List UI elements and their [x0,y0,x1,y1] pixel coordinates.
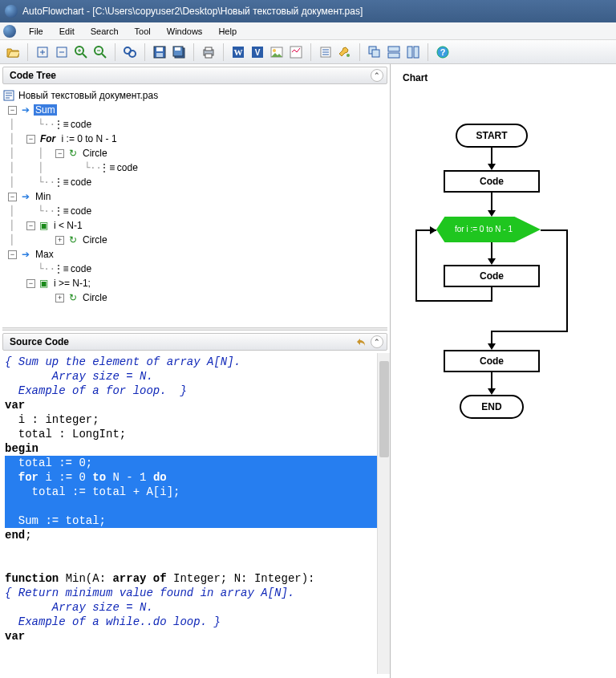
codetree-panel-header[interactable]: Code Tree ⌃ [2,67,387,84]
svg-point-20 [273,49,276,52]
tree-row[interactable]: │ −▣i < N-1 [3,218,387,233]
open-button[interactable] [5,44,21,60]
svg-point-23 [346,54,350,57]
source-title: Source Code [10,336,69,347]
export-svg-button[interactable] [288,44,304,60]
source-panel-header[interactable]: Source Code ⌃ [2,333,387,351]
expander-minus-icon[interactable]: − [26,279,35,288]
toolbar: W V ? [0,40,616,64]
arrow-icon: ➔ [20,104,31,116]
expander-minus-icon[interactable]: − [8,250,17,259]
source-editor[interactable]: { Sum up the element of array A[N]. Arra… [0,353,390,674]
export-word-button[interactable]: W [230,44,246,60]
menu-help[interactable]: Help [210,24,245,39]
expander-minus-icon[interactable]: − [26,221,35,230]
tree-row[interactable]: │ │ └··⋮≡code [3,160,387,175]
arrow-icon: ➔ [20,191,31,202]
svg-rect-26 [388,47,399,51]
horizontal-splitter[interactable] [2,327,387,331]
tile-v-button[interactable] [405,44,421,60]
flow-code-node[interactable]: Code [444,265,540,287]
menu-windows[interactable]: Windows [159,24,211,39]
svg-rect-29 [414,47,419,58]
code-icon: ⋮≡ [102,162,113,173]
zoom-out-button[interactable] [92,44,108,60]
tree-row[interactable]: │ └··⋮≡code [3,175,387,189]
svg-rect-7 [156,47,163,51]
tree-row[interactable]: │ +↻Circle [3,233,387,247]
code-icon: ⋮≡ [55,119,67,130]
svg-point-5 [129,51,136,57]
svg-text:V: V [255,48,261,57]
undo-icon[interactable] [355,335,367,348]
menubar: File Edit Search Tool Windows Help [0,22,616,40]
expander-minus-icon[interactable]: − [8,106,17,115]
expand-all-button[interactable] [34,44,51,60]
expander-plus-icon[interactable]: + [55,294,64,302]
tree-row[interactable]: +↻Circle [3,290,387,305]
tree-row[interactable]: │ └··⋮≡code [3,117,387,132]
expander-minus-icon[interactable]: − [8,193,17,201]
code-icon: ⋮≡ [55,177,67,188]
tree-row[interactable]: │ │ −↻Circle [3,146,387,160]
tree-row[interactable]: │ └··⋮≡code [3,204,387,218]
tile-h-button[interactable] [386,44,402,60]
flow-code-node[interactable]: Code [444,350,540,372]
block-icon: ▣ [38,220,50,231]
source-scrollbar[interactable] [377,353,390,674]
window-title: AutoFlowchart - [C:\Users\copyuser2\Desk… [22,6,363,17]
print-button[interactable] [201,44,217,60]
chart-panel-header: Chart [396,69,611,87]
menu-edit[interactable]: Edit [51,24,83,39]
code-icon: ⋮≡ [55,205,67,217]
svg-rect-27 [388,53,399,58]
menu-tool[interactable]: Tool [127,24,159,39]
block-icon: ▣ [38,278,50,289]
help-button[interactable]: ? [435,44,451,60]
tree-for-row[interactable]: │ −For i := 0 to N - 1 [3,132,387,146]
settings-button[interactable] [318,44,334,60]
tree-row[interactable]: −▣i >= N-1; [3,276,387,290]
svg-text:W: W [234,47,243,57]
flow-end-node[interactable]: END [460,395,524,419]
svg-rect-11 [175,47,180,51]
tree-max-row[interactable]: −➔Max [3,247,387,262]
zoom-in-button[interactable] [73,44,89,60]
flow-code-node[interactable]: Code [444,170,540,193]
arrow-icon: ➔ [20,249,31,260]
codetree-title: Code Tree [10,70,56,81]
menu-file[interactable]: File [21,24,51,39]
menu-search[interactable]: Search [83,24,127,39]
tree-sum-row[interactable]: −➔Sum [3,103,387,117]
code-tree[interactable]: Новый текстовый документ.pas −➔Sum │ └··… [0,87,390,327]
svg-text:?: ? [440,47,446,57]
svg-rect-28 [407,47,412,58]
tree-file-row[interactable]: Новый текстовый документ.pas [3,88,387,103]
collapse-icon[interactable]: ⌃ [371,69,383,82]
collapse-all-button[interactable] [54,44,70,60]
loop-icon: ↻ [67,148,79,159]
window-titlebar: AutoFlowchart - [C:\Users\copyuser2\Desk… [0,0,616,22]
svg-rect-13 [205,47,212,51]
save-button[interactable] [152,44,168,60]
flow-loop-node[interactable]: for i := 0 to N - 1 [436,217,541,242]
export-image-button[interactable] [269,44,285,60]
expander-minus-icon[interactable]: − [55,149,64,158]
code-icon: ⋮≡ [55,263,67,274]
tree-file-label: Новый текстовый документ.pas [17,90,160,101]
app-icon [5,5,18,18]
tree-row[interactable]: └··⋮≡code [3,262,387,276]
export-visio-button[interactable]: V [249,44,265,60]
expander-plus-icon[interactable]: + [55,236,64,245]
tree-min-row[interactable]: −➔Min [3,189,387,204]
loop-icon: ↻ [67,234,79,246]
find-button[interactable] [122,44,138,60]
cascade-button[interactable] [367,44,383,60]
collapse-icon[interactable]: ⌃ [371,335,383,348]
save-all-button[interactable] [171,44,187,60]
expander-minus-icon[interactable]: − [26,135,35,144]
tools-button[interactable] [337,44,353,60]
flowchart-canvas[interactable]: START Code for i := 0 to N - 1 Code [391,91,616,678]
file-icon [3,90,14,101]
flow-start-node[interactable]: START [456,124,528,148]
